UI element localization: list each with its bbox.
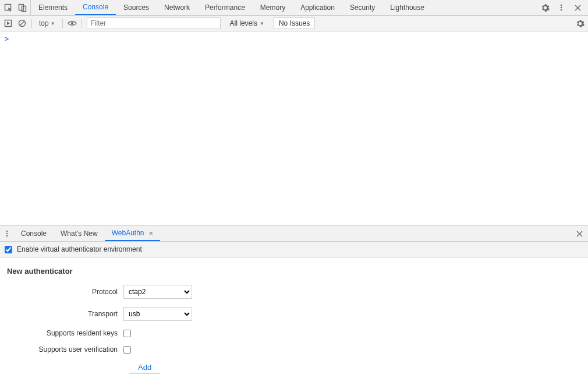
svg-point-3 xyxy=(561,5,562,6)
main-tab-elements[interactable]: Elements xyxy=(31,0,75,15)
console-filter-input[interactable] xyxy=(87,17,221,29)
issues-label: No Issues xyxy=(279,19,310,27)
issues-button[interactable]: No Issues xyxy=(274,17,315,29)
user-verification-checkbox[interactable] xyxy=(123,346,131,354)
svg-point-10 xyxy=(6,233,8,234)
main-tab-security[interactable]: Security xyxy=(342,0,382,15)
webauthn-panel: New authenticator Protocol ctap2 Transpo… xyxy=(0,257,588,385)
enable-virtual-auth-checkbox[interactable] xyxy=(5,246,12,253)
drawer-tab-label: Console xyxy=(21,229,47,238)
transport-label: Transport xyxy=(7,310,123,318)
protocol-label: Protocol xyxy=(7,288,123,296)
device-toggle-icon[interactable] xyxy=(17,3,27,12)
main-tab-lighthouse[interactable]: Lighthouse xyxy=(382,0,432,15)
main-tab-memory[interactable]: Memory xyxy=(253,0,293,15)
context-label: top xyxy=(39,19,49,27)
play-icon[interactable] xyxy=(3,19,13,28)
main-tab-network[interactable]: Network xyxy=(157,0,197,15)
log-levels-selector[interactable]: All levels ▼ xyxy=(225,18,269,29)
drawer-panel: ConsoleWhat's NewWebAuthn× Enable virtua… xyxy=(0,225,588,385)
inspect-element-icon[interactable] xyxy=(3,3,13,12)
main-tab-console[interactable]: Console xyxy=(75,0,116,15)
protocol-select[interactable]: ctap2 xyxy=(123,285,192,299)
devtools-main-tabs: ElementsConsoleSourcesNetworkPerformance… xyxy=(0,0,588,16)
settings-gear-icon[interactable] xyxy=(540,3,550,12)
main-tab-application[interactable]: Application xyxy=(293,0,342,15)
resident-keys-label: Supports resident keys xyxy=(7,329,123,337)
live-expression-eye-icon[interactable] xyxy=(68,19,77,28)
console-prompt-caret: > xyxy=(5,35,9,43)
svg-point-8 xyxy=(71,22,73,24)
tab-close-icon[interactable]: × xyxy=(149,229,154,238)
more-vert-icon[interactable] xyxy=(557,3,566,12)
enable-virtual-auth-label[interactable]: Enable virtual authenticator environment xyxy=(17,245,142,253)
main-tab-performance[interactable]: Performance xyxy=(197,0,253,15)
user-verification-label: Supports user verification xyxy=(7,345,123,354)
drawer-tab-console[interactable]: Console xyxy=(14,226,54,241)
drawer-tab-label: What's New xyxy=(61,229,98,238)
drawer-tab-webauthn[interactable]: WebAuthn× xyxy=(105,226,160,241)
console-toolbar: top ▼ All levels ▼ No Issues xyxy=(0,16,588,31)
dropdown-triangle-icon: ▼ xyxy=(51,21,55,26)
dropdown-triangle-icon: ▼ xyxy=(260,21,264,26)
main-tab-sources[interactable]: Sources xyxy=(116,0,157,15)
add-authenticator-button[interactable]: Add xyxy=(129,362,160,373)
execution-context-selector[interactable]: top ▼ xyxy=(37,19,58,27)
svg-point-9 xyxy=(6,231,8,232)
drawer-tabs: ConsoleWhat's NewWebAuthn× xyxy=(0,226,588,242)
svg-point-5 xyxy=(561,9,562,11)
svg-point-11 xyxy=(6,235,8,236)
drawer-more-icon[interactable] xyxy=(0,226,14,241)
inspect-tools xyxy=(0,0,31,15)
console-output-area[interactable]: > xyxy=(0,31,588,225)
close-devtools-icon[interactable] xyxy=(573,3,582,12)
transport-select[interactable]: usb xyxy=(123,307,192,321)
svg-point-4 xyxy=(561,7,562,9)
drawer-tab-what-s-new[interactable]: What's New xyxy=(54,226,105,241)
resident-keys-checkbox[interactable] xyxy=(123,330,131,337)
drawer-close-icon[interactable] xyxy=(571,226,588,241)
drawer-tab-label: WebAuthn xyxy=(112,229,144,237)
new-authenticator-title: New authenticator xyxy=(7,267,581,275)
console-settings-gear-icon[interactable] xyxy=(575,19,585,28)
svg-rect-1 xyxy=(19,4,23,10)
levels-label: All levels xyxy=(230,19,257,27)
enable-virtual-auth-row: Enable virtual authenticator environment xyxy=(0,242,588,257)
clear-console-icon[interactable] xyxy=(17,19,27,28)
